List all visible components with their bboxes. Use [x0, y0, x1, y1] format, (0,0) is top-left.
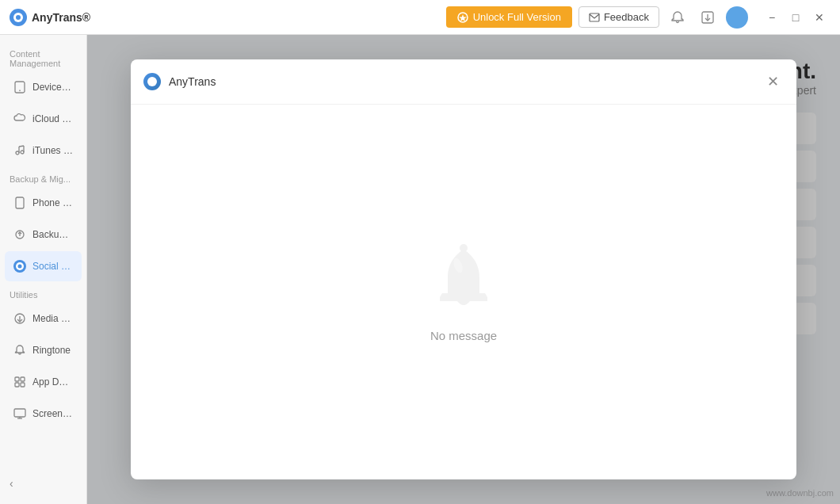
svg-rect-24 [15, 383, 19, 387]
svg-point-19 [18, 265, 22, 269]
svg-rect-26 [14, 409, 25, 417]
app-window: AnyTrans® Unlock Full Version Feedback [0, 0, 840, 504]
svg-line-14 [19, 146, 24, 147]
sidebar-item-media-do[interactable]: Media Do... [5, 304, 82, 334]
screen-icon [13, 407, 27, 421]
sidebar-label-icloud: iCloud M... [32, 113, 74, 124]
main-content: Content Management Device M... iCloud M.… [0, 35, 840, 504]
star-icon [457, 12, 468, 23]
content-area: nent. y expert [87, 35, 840, 504]
sidebar-item-device-mgmt[interactable]: Device M... [5, 72, 82, 102]
feedback-label: Feedback [604, 11, 649, 23]
unlock-full-version-button[interactable]: Unlock Full Version [446, 6, 572, 28]
sidebar-label-screen: Screen M... [32, 408, 74, 419]
title-bar-right: Unlock Full Version Feedback [446, 6, 830, 29]
music-icon [13, 143, 27, 158]
sidebar-item-icloud[interactable]: iCloud M... [5, 104, 82, 134]
maximize-button[interactable]: □ [785, 6, 807, 29]
modal-header: AnyTrans ✕ [131, 59, 796, 105]
modal-logo-icon [143, 73, 161, 90]
modal-title: AnyTrans [169, 75, 216, 88]
cloud-icon [13, 112, 27, 126]
download-button[interactable] [696, 6, 720, 29]
sidebar-item-app-down[interactable]: App Dow... [5, 367, 82, 397]
phone-su-icon [13, 196, 27, 210]
tray-icon [701, 10, 715, 25]
title-bar: AnyTrans® Unlock Full Version Feedback [0, 0, 840, 35]
modal-close-button[interactable]: ✕ [762, 71, 784, 93]
svg-point-29 [460, 244, 468, 252]
modal-body: No message [131, 105, 796, 479]
section-label-utilities: Utilities [0, 282, 86, 303]
sidebar-item-backup[interactable]: Backup M... [5, 220, 82, 250]
window-controls: − □ ✕ [761, 6, 830, 29]
svg-point-2 [16, 15, 21, 20]
title-bar-left: AnyTrans® [10, 9, 90, 26]
app-icon [13, 375, 27, 389]
sidebar-label-backup: Backup M... [32, 229, 74, 240]
svg-marker-4 [459, 14, 467, 21]
svg-rect-5 [590, 13, 599, 21]
svg-rect-25 [21, 383, 25, 387]
sidebar-item-phone-su[interactable]: Phone Su... [5, 188, 82, 218]
svg-rect-23 [21, 377, 25, 381]
bell-button[interactable] [666, 6, 689, 29]
notification-modal: AnyTrans ✕ No message [131, 59, 796, 479]
avatar-button[interactable] [726, 6, 748, 29]
device-icon [13, 80, 27, 94]
sidebar-item-social[interactable]: Social Me... [5, 251, 82, 281]
app-name: AnyTrans® [32, 11, 90, 24]
sidebar-label-app: App Dow... [32, 376, 74, 388]
sidebar-item-ringtone[interactable]: Ringtone [5, 335, 82, 365]
sidebar-label-ringtone: Ringtone [32, 345, 71, 356]
sidebar-label-itunes: iTunes Li... [32, 145, 74, 156]
unlock-label: Unlock Full Version [473, 11, 561, 23]
app-logo-icon [10, 9, 27, 26]
close-button[interactable]: ✕ [808, 6, 830, 29]
mail-icon [589, 12, 600, 23]
sidebar-collapse-button[interactable]: ‹ [0, 469, 86, 498]
sidebar-label-phone-su: Phone Su... [32, 197, 74, 208]
no-message-label: No message [430, 329, 497, 342]
sidebar-item-screen[interactable]: Screen M... [5, 399, 82, 429]
bell-title-icon [670, 10, 685, 25]
download-icon [13, 311, 27, 326]
section-label-backup: Backup & Mig... [0, 166, 86, 187]
backup-icon [13, 227, 27, 242]
empty-bell-icon [428, 242, 499, 313]
sidebar-label-social: Social Me... [32, 261, 74, 272]
modal-logo-inner [147, 77, 157, 86]
modal-overlay: AnyTrans ✕ No message [87, 35, 840, 504]
collapse-icon: ‹ [10, 477, 13, 490]
svg-rect-15 [16, 197, 24, 208]
sidebar-item-itunes[interactable]: iTunes Li... [5, 136, 82, 166]
minimize-button[interactable]: − [761, 6, 783, 29]
social-icon [13, 259, 27, 273]
svg-rect-22 [15, 377, 19, 381]
section-label-content: Content Management [0, 41, 86, 71]
sidebar: Content Management Device M... iCloud M.… [0, 35, 87, 504]
ringtone-icon [13, 343, 27, 357]
feedback-button[interactable]: Feedback [578, 6, 659, 28]
sidebar-label-media: Media Do... [32, 313, 74, 324]
sidebar-label-device: Device M... [32, 82, 74, 93]
